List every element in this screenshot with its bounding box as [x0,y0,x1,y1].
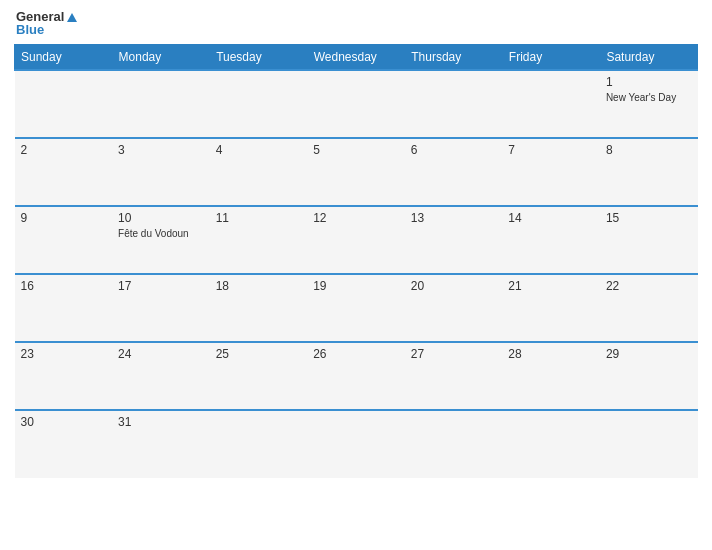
day-number: 13 [411,211,497,225]
week-row-6: 3031 [15,410,698,478]
day-cell: 9 [15,206,113,274]
day-number: 18 [216,279,302,293]
day-number: 10 [118,211,204,225]
day-cell: 11 [210,206,308,274]
weekday-header-row: Sunday Monday Tuesday Wednesday Thursday… [15,44,698,70]
week-row-3: 910Fête du Vodoun1112131415 [15,206,698,274]
day-cell [15,70,113,138]
calendar-container: General Blue Sunday Monday Tuesday Wedne… [0,0,712,550]
week-row-5: 23242526272829 [15,342,698,410]
day-number: 30 [21,415,107,429]
day-cell: 8 [600,138,698,206]
header-monday: Monday [112,44,210,70]
day-cell: 1New Year's Day [600,70,698,138]
day-cell [502,410,600,478]
day-cell: 14 [502,206,600,274]
day-cell: 23 [15,342,113,410]
day-cell: 26 [307,342,405,410]
day-cell [405,410,503,478]
week-row-4: 16171819202122 [15,274,698,342]
day-number: 27 [411,347,497,361]
holiday-label: Fête du Vodoun [118,227,204,240]
day-number: 17 [118,279,204,293]
day-number: 29 [606,347,692,361]
day-cell [405,70,503,138]
day-cell: 20 [405,274,503,342]
day-number: 1 [606,75,692,89]
day-number: 4 [216,143,302,157]
day-number: 16 [21,279,107,293]
calendar-body: 1New Year's Day2345678910Fête du Vodoun1… [15,70,698,478]
header-thursday: Thursday [405,44,503,70]
day-number: 14 [508,211,594,225]
day-number: 20 [411,279,497,293]
day-number: 7 [508,143,594,157]
day-cell: 17 [112,274,210,342]
day-cell: 25 [210,342,308,410]
day-number: 23 [21,347,107,361]
day-number: 25 [216,347,302,361]
day-number: 11 [216,211,302,225]
day-cell: 12 [307,206,405,274]
day-cell [600,410,698,478]
holiday-label: New Year's Day [606,91,692,104]
day-number: 22 [606,279,692,293]
day-cell: 16 [15,274,113,342]
day-number: 12 [313,211,399,225]
day-cell: 7 [502,138,600,206]
day-number: 9 [21,211,107,225]
day-number: 3 [118,143,204,157]
header-wednesday: Wednesday [307,44,405,70]
day-number: 6 [411,143,497,157]
day-cell: 24 [112,342,210,410]
day-cell: 10Fête du Vodoun [112,206,210,274]
header-saturday: Saturday [600,44,698,70]
day-number: 28 [508,347,594,361]
day-number: 15 [606,211,692,225]
day-cell: 31 [112,410,210,478]
day-cell [307,410,405,478]
logo: General Blue [16,10,77,38]
week-row-1: 1New Year's Day [15,70,698,138]
day-number: 26 [313,347,399,361]
day-cell [210,410,308,478]
day-cell: 4 [210,138,308,206]
day-cell: 29 [600,342,698,410]
day-number: 2 [21,143,107,157]
calendar-header: General Blue [14,10,698,38]
day-number: 31 [118,415,204,429]
day-cell: 18 [210,274,308,342]
day-cell: 19 [307,274,405,342]
day-cell: 3 [112,138,210,206]
logo-triangle-icon [67,13,77,22]
day-cell [112,70,210,138]
day-number: 5 [313,143,399,157]
day-cell: 13 [405,206,503,274]
day-cell [210,70,308,138]
calendar-grid: Sunday Monday Tuesday Wednesday Thursday… [14,44,698,478]
header-friday: Friday [502,44,600,70]
header-tuesday: Tuesday [210,44,308,70]
day-cell: 30 [15,410,113,478]
day-number: 21 [508,279,594,293]
day-cell: 15 [600,206,698,274]
day-number: 8 [606,143,692,157]
day-number: 19 [313,279,399,293]
logo-blue: Blue [16,23,44,37]
day-cell [502,70,600,138]
day-cell: 5 [307,138,405,206]
day-cell [307,70,405,138]
week-row-2: 2345678 [15,138,698,206]
day-cell: 28 [502,342,600,410]
header-sunday: Sunday [15,44,113,70]
day-number: 24 [118,347,204,361]
day-cell: 6 [405,138,503,206]
day-cell: 27 [405,342,503,410]
day-cell: 2 [15,138,113,206]
day-cell: 22 [600,274,698,342]
day-cell: 21 [502,274,600,342]
